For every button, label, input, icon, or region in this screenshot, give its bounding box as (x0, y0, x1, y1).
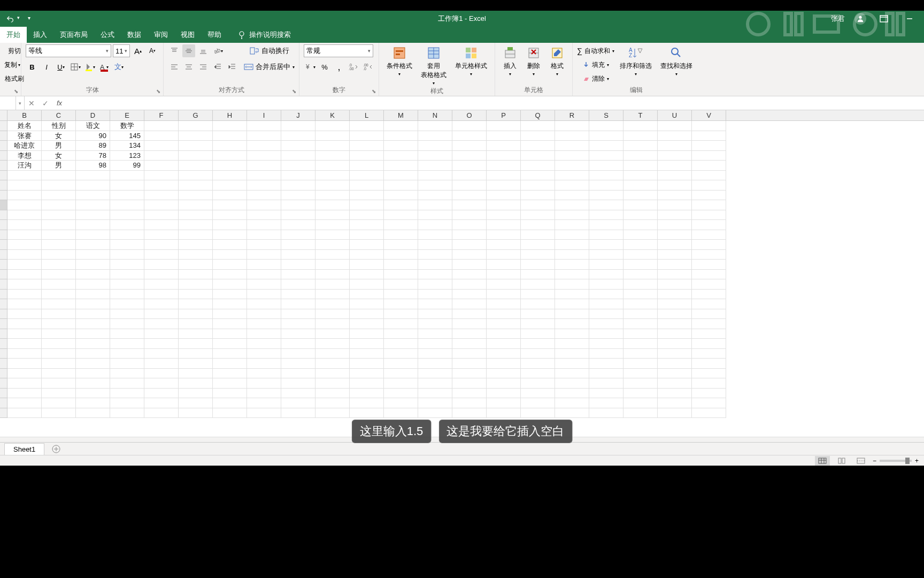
cell[interactable] (418, 230, 452, 240)
tab-formulas[interactable]: 公式 (94, 27, 121, 43)
cell[interactable] (247, 319, 281, 329)
cell[interactable] (281, 180, 315, 191)
cell[interactable] (7, 290, 42, 300)
increase-indent-icon[interactable] (226, 60, 238, 73)
cell[interactable] (281, 359, 315, 369)
cell[interactable] (658, 359, 692, 369)
cell[interactable] (350, 250, 384, 260)
row-header[interactable] (0, 270, 7, 280)
cell[interactable] (76, 191, 110, 201)
cell[interactable] (452, 141, 487, 151)
cell[interactable] (452, 369, 487, 379)
cell[interactable] (555, 279, 589, 290)
cell[interactable] (658, 279, 692, 290)
cell[interactable] (521, 131, 555, 141)
cell[interactable] (418, 131, 452, 141)
cell[interactable] (76, 329, 110, 339)
font-color-button[interactable]: A▾ (98, 60, 111, 73)
fx-icon[interactable]: fx (52, 96, 66, 110)
cell[interactable] (487, 309, 521, 320)
cell[interactable] (692, 279, 726, 290)
cell[interactable] (247, 389, 281, 399)
cell[interactable] (384, 398, 418, 408)
cell[interactable] (76, 309, 110, 320)
cell[interactable] (418, 369, 452, 379)
cell[interactable] (452, 279, 487, 290)
conditional-formatting-button[interactable]: 条件格式▾ (383, 44, 415, 78)
cell[interactable] (42, 290, 76, 300)
cell[interactable]: 汪沟 (7, 161, 42, 171)
cell[interactable] (692, 161, 726, 171)
cell[interactable] (76, 349, 110, 359)
cell[interactable] (179, 220, 213, 230)
cell[interactable] (42, 171, 76, 181)
cell[interactable] (658, 230, 692, 240)
cell[interactable] (7, 200, 42, 210)
cell[interactable] (315, 279, 350, 290)
cell[interactable] (179, 141, 213, 151)
cell[interactable] (521, 378, 555, 389)
cell[interactable] (350, 309, 384, 320)
cell[interactable] (555, 389, 589, 399)
cell[interactable] (281, 349, 315, 359)
cell[interactable] (315, 339, 350, 349)
enter-formula-icon[interactable]: ✓ (38, 96, 52, 110)
cell[interactable] (692, 210, 726, 220)
col-header[interactable]: S (589, 110, 623, 120)
row-header[interactable] (0, 339, 7, 349)
cell[interactable] (247, 408, 281, 419)
col-header[interactable]: L (350, 110, 384, 120)
cell[interactable] (658, 200, 692, 210)
cell[interactable] (452, 309, 487, 320)
cell[interactable] (350, 240, 384, 250)
cell[interactable] (623, 121, 658, 131)
cell[interactable] (658, 210, 692, 220)
cell[interactable] (281, 240, 315, 250)
cell[interactable] (247, 349, 281, 359)
cell[interactable] (213, 339, 247, 349)
col-header[interactable]: Q (521, 110, 555, 120)
cell[interactable] (589, 210, 623, 220)
cell[interactable] (384, 389, 418, 399)
cell[interactable] (213, 131, 247, 141)
cell[interactable] (521, 398, 555, 408)
cell[interactable] (418, 378, 452, 389)
cell[interactable] (281, 408, 315, 419)
cell[interactable] (247, 210, 281, 220)
cell[interactable] (144, 151, 179, 161)
cell[interactable] (521, 240, 555, 250)
cell[interactable] (281, 279, 315, 290)
cell[interactable] (281, 141, 315, 151)
cell[interactable] (418, 359, 452, 369)
row-header[interactable] (0, 210, 7, 220)
row-header[interactable] (0, 171, 7, 181)
cell[interactable] (42, 329, 76, 339)
cell[interactable] (213, 200, 247, 210)
cell[interactable] (452, 270, 487, 280)
cell[interactable] (658, 389, 692, 399)
align-bottom-icon[interactable] (197, 44, 210, 57)
cell[interactable] (487, 180, 521, 191)
cell[interactable] (315, 180, 350, 191)
cell[interactable] (452, 180, 487, 191)
row-header[interactable] (0, 309, 7, 320)
cell[interactable] (658, 398, 692, 408)
cell[interactable] (521, 191, 555, 201)
cell[interactable] (42, 309, 76, 320)
cell[interactable] (658, 339, 692, 349)
cell[interactable] (521, 329, 555, 339)
cell[interactable] (452, 378, 487, 389)
cell[interactable] (7, 250, 42, 260)
cell[interactable] (350, 121, 384, 131)
cell[interactable] (42, 270, 76, 280)
cell[interactable] (418, 240, 452, 250)
cell[interactable] (281, 319, 315, 329)
cell[interactable] (487, 369, 521, 379)
cell[interactable] (623, 408, 658, 419)
cell[interactable] (555, 349, 589, 359)
cell[interactable] (487, 279, 521, 290)
row-header[interactable] (0, 180, 7, 191)
cell[interactable] (144, 389, 179, 399)
cell[interactable] (452, 329, 487, 339)
cell[interactable] (555, 220, 589, 230)
